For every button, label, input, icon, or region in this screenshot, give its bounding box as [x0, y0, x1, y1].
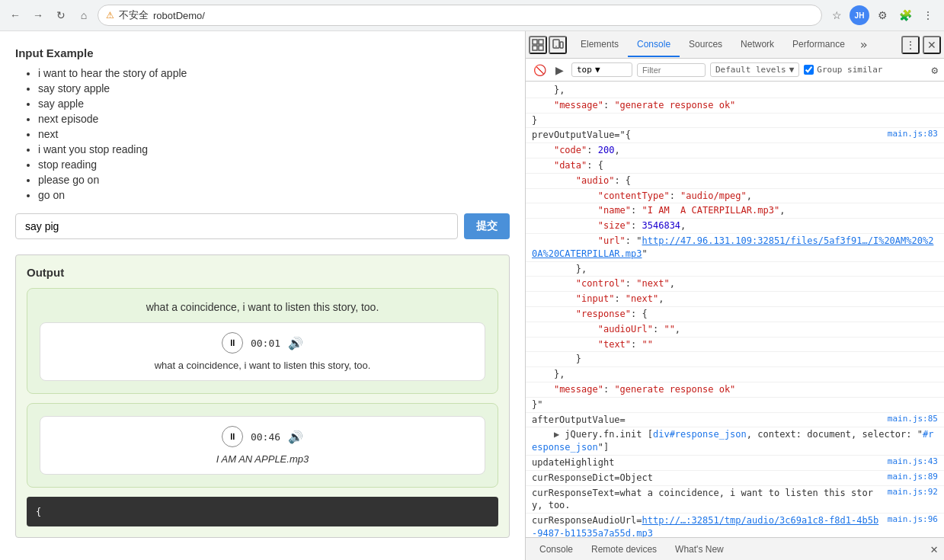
- address-text: robotDemo/: [153, 10, 205, 21]
- console-settings-button[interactable]: ⚙: [932, 64, 938, 76]
- audio-card-2: ⏸ 00:46 🔊 I AM AN APPLE.mp3: [27, 403, 498, 488]
- devtools-more-tabs[interactable]: »: [854, 34, 874, 55]
- default-levels-dropdown[interactable]: Default levels ▼: [710, 62, 799, 77]
- console-text: }": [532, 398, 938, 411]
- console-entry: "audioUrl": "",: [526, 322, 944, 338]
- console-entry: "size": 3546834,: [526, 219, 944, 234]
- console-text: "data": {: [532, 159, 938, 172]
- back-button[interactable]: ←: [6, 6, 24, 24]
- console-text: "url": "http://47.96.131.109:32851/files…: [532, 235, 938, 261]
- group-similar-checkbox[interactable]: [804, 65, 814, 75]
- console-entry: "control": "next",: [526, 277, 944, 292]
- home-button[interactable]: ⌂: [75, 6, 93, 24]
- console-entry: }": [526, 398, 944, 413]
- filter-input[interactable]: [637, 63, 706, 77]
- bottom-tab-remote-devices[interactable]: Remote devices: [584, 542, 664, 557]
- more-button[interactable]: ⋮: [918, 5, 938, 25]
- security-text: 不安全: [119, 8, 149, 22]
- list-item: say apple: [38, 98, 510, 110]
- audio-time-2: 00:46: [251, 431, 280, 443]
- console-entry: "data": {: [526, 158, 944, 174]
- list-item: please go on: [38, 174, 510, 186]
- console-text: }: [532, 353, 938, 366]
- console-entry: "message": "generate response ok": [526, 382, 944, 398]
- devtools-menu-icons: ⋮ ✕: [901, 36, 941, 54]
- console-file-ref[interactable]: main.js:96: [882, 514, 938, 537]
- extensions-button[interactable]: 🧩: [895, 5, 915, 25]
- devtools-bottom-close-button[interactable]: ✕: [930, 542, 938, 556]
- pause-button-1[interactable]: ⏸: [222, 332, 243, 354]
- list-item: next: [38, 128, 510, 140]
- console-entry: "text": "": [526, 338, 944, 353]
- bottom-tab-whats-new[interactable]: What's New: [667, 542, 731, 557]
- context-value: top: [577, 65, 592, 75]
- console-file-ref[interactable]: [932, 84, 938, 97]
- forward-button[interactable]: →: [29, 6, 47, 24]
- input-example-title: Input Example: [15, 46, 510, 59]
- console-toolbar: 🚫 ▶ top ▼ Default levels ▼ Group similar…: [526, 59, 944, 82]
- context-selector[interactable]: top ▼: [571, 62, 632, 77]
- console-entry: "code": 200,: [526, 143, 944, 158]
- bottom-tab-console[interactable]: Console: [532, 542, 581, 557]
- input-example-list: i want to hear the story of apple say st…: [15, 67, 510, 201]
- console-entry: }: [526, 114, 944, 129]
- bookmark-button[interactable]: ☆: [827, 5, 846, 25]
- tab-console[interactable]: Console: [628, 33, 680, 57]
- browser-chrome: ← → ↻ ⌂ ⚠ 不安全 robotDemo/ ☆ JH ⚙ 🧩 ⋮: [0, 0, 944, 31]
- list-item: say story apple: [38, 82, 510, 94]
- console-text: "audioUrl": "",: [532, 323, 938, 336]
- console-output[interactable]: }, "message": "generate response ok" } p…: [526, 82, 944, 537]
- devtools-tabs: Elements Console Sources Network Perform…: [526, 31, 944, 59]
- pause-button-2[interactable]: ⏸: [222, 426, 243, 447]
- tab-elements[interactable]: Elements: [571, 33, 628, 57]
- tab-network[interactable]: Network: [731, 33, 783, 57]
- console-text: },: [532, 263, 938, 276]
- svg-rect-3: [539, 46, 543, 50]
- console-file-ref[interactable]: main.js:43: [882, 456, 938, 469]
- console-entry: "name": "I AM A CATERPILLAR.mp3",: [526, 203, 944, 219]
- tab-sources[interactable]: Sources: [680, 33, 731, 57]
- console-clear-button[interactable]: 🚫: [532, 62, 547, 78]
- volume-icon-1: 🔊: [288, 336, 303, 350]
- tab-performance[interactable]: Performance: [783, 33, 854, 57]
- console-text: },: [532, 368, 938, 381]
- devtools-inspect-button[interactable]: [529, 36, 547, 54]
- code-block: {: [27, 497, 498, 526]
- svg-rect-1: [533, 46, 537, 50]
- submit-button[interactable]: 提交: [464, 213, 510, 239]
- svg-rect-5: [560, 42, 563, 48]
- default-levels-arrow: ▼: [789, 65, 795, 75]
- console-entry: afterOutputValue= main.js:85: [526, 413, 944, 428]
- console-entry: },: [526, 83, 944, 98]
- console-entry: updateHighlight main.js:43: [526, 456, 944, 471]
- console-text: curResponseText=what a coincidence, i wa…: [532, 487, 882, 513]
- list-item: i want you stop reading: [38, 143, 510, 155]
- extension-button[interactable]: JH: [850, 5, 869, 25]
- webpage-panel: Input Example i want to hear the story o…: [0, 31, 526, 560]
- audio-subtitle-1: what a coincidence, i want to listen thi…: [155, 360, 371, 371]
- audio-text-1: what a coincidence, i want to listen thi…: [40, 301, 485, 313]
- console-entry: "url": "http://47.96.131.109:32851/files…: [526, 234, 944, 262]
- console-entry: "contentType": "audio/mpeg",: [526, 189, 944, 204]
- devtools-options-button[interactable]: ⋮: [901, 36, 920, 54]
- console-text: "size": 3546834,: [532, 219, 938, 232]
- console-entry: prevOutputValue="{ main.js:83: [526, 128, 944, 143]
- console-entry: ▶ jQuery.fn.init [div#response_json, con…: [526, 427, 944, 456]
- audio-time-1: 00:01: [251, 338, 280, 349]
- console-file-ref[interactable]: main.js:92: [882, 487, 938, 513]
- settings-button[interactable]: ⚙: [872, 5, 892, 25]
- console-file-ref[interactable]: main.js:85: [882, 414, 938, 427]
- user-input[interactable]: [15, 213, 458, 239]
- console-toggle-button[interactable]: ▶: [552, 62, 567, 78]
- svg-rect-2: [539, 40, 543, 44]
- reload-button[interactable]: ↻: [52, 6, 70, 24]
- list-item: stop reading: [38, 158, 510, 171]
- console-file-ref[interactable]: main.js:83: [882, 129, 938, 142]
- address-bar[interactable]: ⚠ 不安全 robotDemo/: [98, 5, 822, 26]
- audio-controls-1: ⏸ 00:01 🔊: [222, 332, 303, 354]
- devtools-close-button[interactable]: ✕: [923, 36, 941, 54]
- audio-controls-2: ⏸ 00:46 🔊: [222, 426, 303, 447]
- devtools-device-button[interactable]: [549, 36, 567, 54]
- console-file-ref[interactable]: [932, 99, 938, 112]
- console-file-ref[interactable]: main.js:89: [882, 472, 938, 485]
